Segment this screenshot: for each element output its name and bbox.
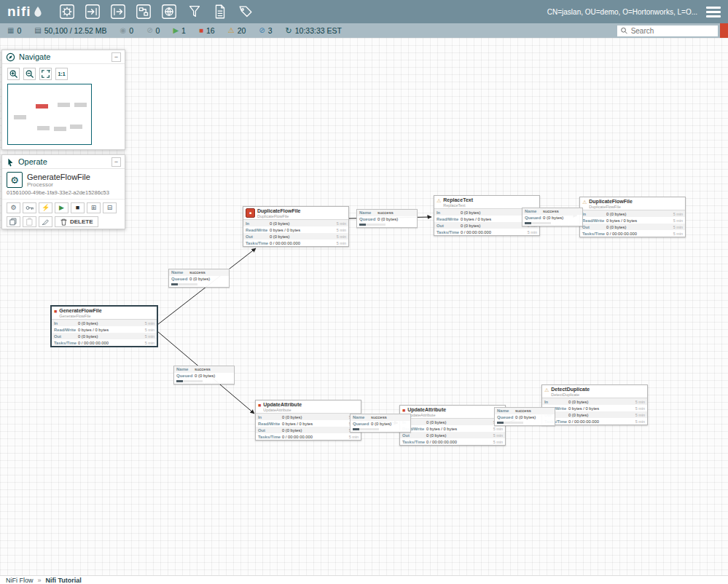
stat-row: In0 (0 bytes)5 min [400,419,505,425]
flow-canvas[interactable]: Namesuccess Queued0 (0 bytes) Namesucces… [0,38,728,575]
queue-bar [497,422,523,424]
funnel-icon[interactable] [184,1,205,22]
stat-row: Read/Write0 bytes / 0 bytes5 min [256,420,361,427]
stat-row: In0 (0 bytes)5 min [243,220,348,226]
zoom-in-button[interactable] [7,68,20,80]
warning-icon: ⚠ [228,27,235,34]
connection-queued-value: 0 (0 bytes) [371,422,391,427]
breadcrumb-root[interactable]: NiFi Flow [6,576,34,584]
stat-value: 0 (0 bytes) [568,400,632,404]
minimap-node [36,104,48,108]
zoom-actual-button[interactable]: 1:1 [55,68,68,80]
stat-window: 5 min [524,230,537,234]
stat-label: Out [258,428,282,433]
connection-name-value: success [371,415,387,420]
collapse-button[interactable]: − [111,157,121,167]
refresh-status: ↻ 10:33:33 EST [286,26,342,35]
enable-button[interactable]: ⚡ [39,202,52,213]
connection-label[interactable]: Namesuccess Queued0 (0 bytes) [173,366,235,384]
queue-bar [176,380,203,382]
stat-label: Tasks/Time [582,232,606,236]
collapse-button[interactable]: − [111,52,121,62]
navigate-title: Navigate [19,52,50,61]
process-group-icon[interactable] [133,1,154,22]
stat-value: 0 (0 bytes) [606,212,670,216]
running-icon: ▶ [173,27,179,34]
processor-type: UpdateAttribute [407,413,446,417]
stat-label: Tasks/Time [258,435,282,439]
refresh-icon[interactable]: ↻ [286,27,292,34]
stat-value: 0 / 00:00:00.000 [78,341,141,345]
label-icon[interactable] [235,1,256,22]
processor-header: ■ GenerateFlowFile GenerateFlowFile [52,307,157,319]
stat-window: 5 min [333,221,346,226]
stat-value: 0 / 00:00:00.000 [461,230,524,234]
processor-node[interactable]: ■ UpdateAttribute UpdateAttribute In0 (0… [255,400,361,441]
search-input[interactable] [631,27,715,35]
configure-button[interactable]: ⚙ [7,202,20,213]
connection-label[interactable]: Namesuccess Queued0 (0 bytes) [350,414,411,433]
connection-label[interactable]: Namesuccess Queued0 (0 bytes) [522,208,583,226]
processor-type: DetectDuplicate [551,392,590,397]
stat-value: 0 (0 bytes) [461,210,524,215]
hand-cursor-icon [6,157,15,167]
processor-header: ■ UpdateAttribute UpdateAttribute [256,400,361,413]
connection-name-label: Name [353,415,369,420]
delete-button[interactable]: DELETE [55,216,98,227]
breadcrumb-separator: » [38,576,42,584]
delete-button-label: DELETE [70,218,93,225]
birdseye-minimap[interactable] [7,84,92,145]
group-button[interactable]: ⊞ [87,202,101,213]
zoom-out-button[interactable] [23,68,36,80]
processor-stats: In0 (0 bytes)5 min Read/Write0 bytes / 0… [580,210,685,237]
stat-row: Read/Write0 bytes / 0 bytes5 min [243,226,348,233]
stat-window: 5 min [670,218,683,223]
remote-process-group-icon[interactable] [159,1,179,22]
paste-button[interactable] [23,216,36,227]
active-threads-count: 0 [17,26,21,35]
template-icon[interactable] [210,1,230,22]
stat-value: 0 (0 bytes) [78,321,141,325]
warning-icon: ⚠ [437,197,441,204]
processor-node[interactable]: ⚠ DuplicateFlowFile DuplicateFlowFile In… [579,197,686,237]
stop-button[interactable]: ■ [71,202,85,213]
access-policies-button[interactable] [23,202,36,213]
processor-node[interactable]: ■ UpdateAttribute UpdateAttribute In0 (0… [399,405,506,446]
zoom-fit-button[interactable] [39,68,52,80]
processor-node[interactable]: ⚠ DetectDuplicate DetectDuplicate In0 (0… [541,384,648,425]
operate-title: Operate [18,157,47,166]
droplet-icon [34,6,42,17]
template-button[interactable]: ⊟ [103,202,117,213]
connection-label[interactable]: Namesuccess Queued0 (0 bytes) [168,269,230,288]
stat-label: Out [437,224,461,228]
stat-value: 0 / 00:00:00.000 [606,232,670,236]
queued-count: 50,100 / 12.52 MB [44,26,107,35]
stat-value: 0 (0 bytes) [426,433,490,438]
stat-value: 0 / 00:00:00.000 [426,440,490,444]
navigate-toolbar: 1:1 [2,64,125,82]
breadcrumb-current[interactable]: Nifi Tutorial [46,576,82,584]
connection-queued-value: 0 (0 bytes) [543,216,563,221]
stat-label: Tasks/Time [246,241,270,245]
copy-button[interactable] [7,216,20,227]
stat-row: Read/Write0 bytes / 0 bytes5 min [580,217,685,224]
processor-type: GenerateFlowFile [59,314,101,318]
input-port-icon[interactable] [82,1,103,22]
connection-label[interactable]: Namesuccess Queued0 (0 bytes) [494,407,555,426]
stat-window: 5 min [345,435,359,439]
fill-color-button[interactable] [39,216,52,227]
global-menu-button[interactable] [706,5,724,18]
processor-icon[interactable] [57,1,77,22]
stat-value: 0 (0 bytes) [270,221,333,226]
queue-bar [171,283,197,285]
start-button[interactable]: ▶ [55,202,69,213]
queued-icon: ▤ [34,27,41,34]
stat-label: Out [582,225,606,229]
processor-node[interactable]: ■ GenerateFlowFile GenerateFlowFile In0 … [51,306,157,347]
stat-row: Out0 (0 bytes)5 min [52,333,157,339]
connection-label[interactable]: Namesuccess Queued0 (0 bytes) [356,209,418,228]
processor-node[interactable]: ■ DuplicateFlowFile DuplicateFlowFile In… [243,206,349,247]
stat-row: Out0 (0 bytes)5 min [400,432,505,438]
stat-label: Tasks/Time [402,440,426,444]
output-port-icon[interactable] [108,1,128,22]
